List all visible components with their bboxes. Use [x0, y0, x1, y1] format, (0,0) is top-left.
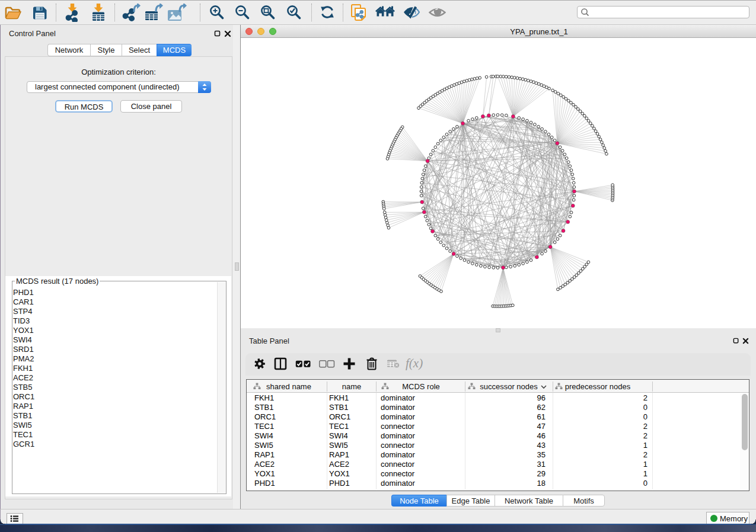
- svg-text:Memory: Memory: [720, 514, 748, 523]
